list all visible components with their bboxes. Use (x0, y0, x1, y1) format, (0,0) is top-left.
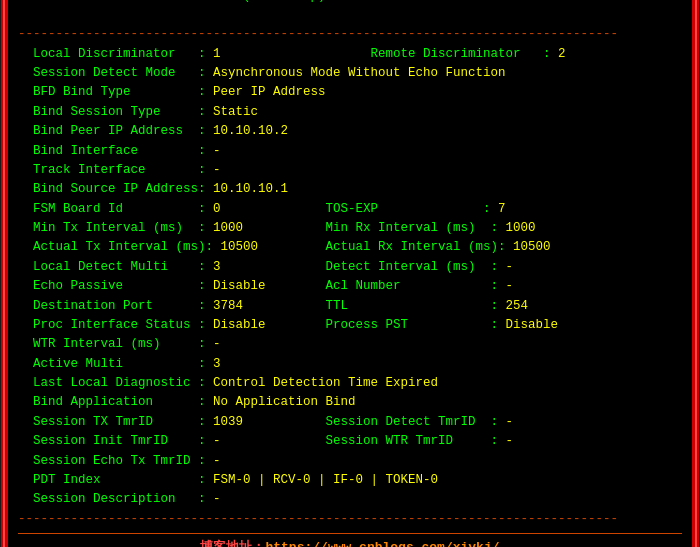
row-min-tx: Min Tx Interval (ms) : 1000 Min Rx Inter… (18, 219, 682, 238)
row-bind-peer-ip: Bind Peer IP Address : 10.10.10.2 (18, 122, 682, 141)
bottom-bar: 博客地址：https://www.cnblogs.com/xiykj/ (18, 533, 682, 547)
row-destination-port: Destination Port : 3784 TTL : 254 (18, 297, 682, 316)
row-session-echo-tx: Session Echo Tx TmrID : - (18, 452, 682, 471)
row-local-detect: Local Detect Multi : 3 Detect Interval (… (18, 258, 682, 277)
separator-sub: ----------------------------------------… (18, 25, 682, 44)
row-bind-interface: Bind Interface : - (18, 142, 682, 161)
row-bfd-bind-type: BFD Bind Type : Peer IP Address (18, 83, 682, 102)
row-actual-tx: Actual Tx Interval (ms): 10500 Actual Rx… (18, 238, 682, 257)
row-echo-passive: Echo Passive : Disable Acl Number : - (18, 277, 682, 296)
row-bind-session-type: Bind Session Type : Static (18, 103, 682, 122)
row-session-detect-mode: Session Detect Mode : Asynchronous Mode … (18, 64, 682, 83)
session-header: Session MIndex : 256 (Multi Hop) State :… (18, 0, 682, 25)
row-pdt-index: PDT Index : FSM-0 | RCV-0 | IF-0 | TOKEN… (18, 471, 682, 490)
row-session-tx-tmrid: Session TX TmrID : 1039 Session Detect T… (18, 413, 682, 432)
terminal-window: <R1>display bfd session all verbose ----… (5, 0, 695, 547)
row-track-interface: Track Interface : - (18, 161, 682, 180)
row-session-init-tmrid: Session Init TmrID : - Session WTR TmrID… (18, 432, 682, 451)
row-last-local-diag: Last Local Diagnostic : Control Detectio… (18, 374, 682, 393)
watermark-text: 博客地址： (200, 540, 265, 547)
session-header-label: Session MIndex : (48, 0, 176, 3)
row-active-multi: Active Multi : 3 (18, 355, 682, 374)
separator-bottom: ----------------------------------------… (18, 510, 682, 529)
row-session-description: Session Description : - (18, 490, 682, 509)
row-local-discriminator: Local Discriminator : 1 Remote Discrimin… (18, 45, 682, 64)
row-bind-application: Bind Application : No Application Bind (18, 393, 682, 412)
row-wtr-interval: WTR Interval (ms) : - (18, 335, 682, 354)
row-fsm-board: FSM Board Id : 0 TOS-EXP : 7 (18, 200, 682, 219)
row-bind-source-ip: Bind Source IP Address: 10.10.10.1 (18, 180, 682, 199)
row-proc-interface: Proc Interface Status : Disable Process … (18, 316, 682, 335)
watermark-url: https://www.cnblogs.com/xiykj/ (265, 540, 499, 547)
